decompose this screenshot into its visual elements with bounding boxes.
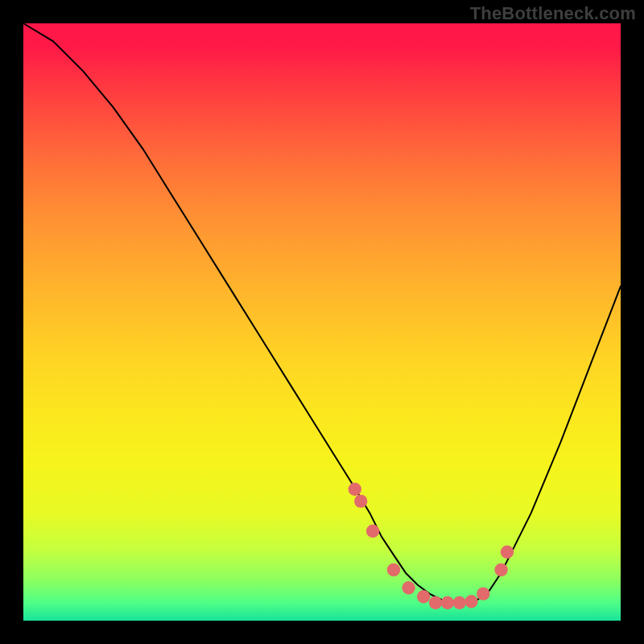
marker-dot <box>441 597 454 609</box>
marker-dot <box>354 494 367 507</box>
marker-dot <box>366 525 379 538</box>
marker-dot <box>501 546 514 559</box>
marker-dot <box>477 587 489 600</box>
marker-dot <box>429 597 442 609</box>
bottleneck-curve <box>23 23 621 603</box>
watermark-text: TheBottleneck.com <box>470 3 636 24</box>
marker-dot <box>494 564 507 576</box>
plot-area <box>23 23 621 621</box>
marker-dot <box>349 483 361 496</box>
marker-dot <box>464 595 477 608</box>
chart-frame: TheBottleneck.com <box>0 0 644 644</box>
marker-dot <box>387 564 400 576</box>
marker-dot <box>402 581 415 594</box>
curve-svg <box>23 23 621 621</box>
marker-dot <box>453 597 466 609</box>
marker-dot <box>417 590 430 603</box>
